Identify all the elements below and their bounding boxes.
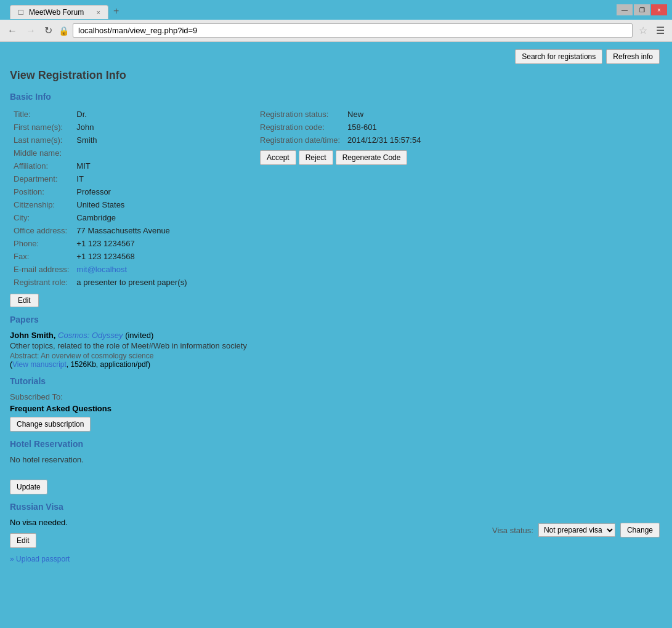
lastname-label: Last name(s):	[10, 134, 73, 147]
middlename-value	[73, 147, 190, 159]
position-row: Position: Professor	[10, 185, 191, 198]
middlename-label: Middle name:	[10, 147, 73, 159]
paper-abstract-line: Abstract: An overview of cosmology scien…	[10, 352, 660, 360]
refresh-info-button[interactable]: Refresh info	[606, 49, 660, 64]
bookmark-icon[interactable]: ☆	[636, 25, 650, 36]
new-tab-button[interactable]: +	[108, 3, 124, 19]
reg-status-value: New	[344, 108, 424, 121]
hotel-update-button[interactable]: Update	[10, 480, 47, 494]
change-subscription-button[interactable]: Change subscription	[10, 417, 91, 432]
office-row: Office address: 77 Massachusetts Avenue	[10, 224, 191, 237]
papers-heading: Papers	[10, 315, 660, 324]
hotel-section: Hotel Reservation No hotel reservation. …	[10, 439, 660, 494]
tab-title: MeetWeb Forum	[29, 8, 84, 17]
firstname-label: First name(s):	[10, 121, 73, 134]
visa-section: Russian Visa No visa needed. Edit Visa s…	[10, 502, 660, 563]
lastname-row: Last name(s): Smith	[10, 134, 191, 147]
abstract-label: Abstract:	[10, 352, 39, 360]
paper-topic: Other topics, related to the role of Mee…	[10, 341, 660, 350]
office-value: 77 Massachusetts Avenue	[73, 224, 190, 237]
reg-code-value: 158-601	[344, 121, 424, 134]
reg-datetime-row: Registration date/time: 2014/12/31 15:57…	[256, 134, 424, 147]
visa-status-label: Visa status:	[492, 526, 533, 535]
address-bar[interactable]	[73, 23, 633, 38]
affiliation-row: Affiliation: MIT	[10, 159, 191, 172]
visa-heading: Russian Visa	[10, 502, 660, 512]
role-label: Registrant role:	[10, 276, 73, 289]
refresh-button[interactable]: ↻	[42, 23, 55, 38]
reject-button[interactable]: Reject	[299, 150, 333, 165]
menu-icon[interactable]: ☰	[654, 25, 667, 36]
close-button[interactable]: ×	[651, 4, 667, 15]
reg-datetime-label: Registration date/time:	[256, 134, 344, 147]
paper-author-line: John Smith, Cosmos: Odyssey (invited)	[10, 331, 660, 340]
abstract-value: An overview of cosmology science	[41, 352, 153, 360]
citizenship-value: United States	[73, 198, 190, 211]
basic-info-heading: Basic Info	[10, 92, 660, 102]
reg-datetime-value: 2014/12/31 15:57:54	[344, 134, 424, 147]
tutorials-heading: Tutorials	[10, 376, 660, 386]
reg-code-row: Registration code: 158-601	[256, 121, 424, 134]
reg-code-label: Registration code:	[256, 121, 344, 134]
accept-button[interactable]: Accept	[260, 150, 296, 165]
visa-status-select[interactable]: Not prepared visa	[538, 523, 615, 537]
regenerate-code-button[interactable]: Regenerate Code	[336, 150, 408, 165]
citizenship-row: Citizenship: United States	[10, 198, 191, 211]
view-manuscript-link[interactable]: View manuscript	[12, 360, 67, 369]
lastname-value: Smith	[73, 134, 190, 147]
position-label: Position:	[10, 185, 73, 198]
maximize-button[interactable]: ❐	[634, 4, 650, 15]
search-registrations-button[interactable]: Search for registations	[515, 49, 602, 64]
paper-author: John Smith,	[10, 331, 55, 340]
no-hotel-text: No hotel reservation.	[10, 455, 660, 464]
department-label: Department:	[10, 172, 73, 185]
email-label: E-mail address:	[10, 263, 73, 276]
affiliation-value: MIT	[73, 159, 190, 172]
paper-title-text: Cosmos: Odyssey	[58, 331, 123, 340]
back-button[interactable]: ←	[5, 24, 20, 38]
reg-status-row: Registration status: New	[256, 108, 424, 121]
tab-close-icon[interactable]: ×	[97, 9, 100, 16]
paper-invited: (invited)	[125, 331, 153, 340]
department-value: IT	[73, 172, 190, 185]
minimize-button[interactable]: —	[617, 4, 633, 15]
visa-edit-button[interactable]: Edit	[10, 533, 36, 548]
email-link[interactable]: mit@localhost	[76, 265, 127, 274]
fax-label: Fax:	[10, 250, 73, 263]
affiliation-label: Affiliation:	[10, 159, 73, 172]
browser-tab[interactable]: ☐ MeetWeb Forum ×	[10, 5, 108, 19]
lock-icon: 🔒	[59, 26, 69, 36]
forward-button[interactable]: →	[23, 24, 38, 38]
tab-icon: ☐	[18, 9, 24, 17]
position-value: Professor	[73, 185, 190, 198]
hotel-heading: Hotel Reservation	[10, 439, 660, 449]
role-value: a presenter to present paper(s)	[73, 276, 190, 289]
no-visa-text: No visa needed.	[10, 518, 68, 527]
page-title: View Registration Info	[10, 69, 660, 82]
upload-passport-link[interactable]: » Upload passport	[10, 555, 70, 563]
office-label: Office address:	[10, 224, 73, 237]
personal-info-table: Title: Dr. First name(s): John Last name…	[10, 108, 191, 289]
reg-status-label: Registration status:	[256, 108, 344, 121]
firstname-value: John	[73, 121, 190, 134]
department-row: Department: IT	[10, 172, 191, 185]
page-scroll-area: Search for registations Refresh info Vie…	[0, 42, 672, 628]
papers-section: Papers John Smith, Cosmos: Odyssey (invi…	[10, 315, 660, 369]
visa-change-button[interactable]: Change	[620, 523, 660, 537]
city-value: Cambridge	[73, 211, 190, 224]
role-row: Registrant role: a presenter to present …	[10, 276, 191, 289]
title-label: Title:	[10, 108, 73, 121]
paper-view-line: (View manuscript, 1526Kb, application/pd…	[10, 360, 660, 369]
fax-row: Fax: +1 123 1234568	[10, 250, 191, 263]
subscribed-item: Frequent Asked Questions	[10, 404, 660, 413]
title-value: Dr.	[73, 108, 190, 121]
visa-status-row: Visa status: Not prepared visa Change	[492, 523, 660, 537]
middlename-row: Middle name:	[10, 147, 191, 159]
fax-value: +1 123 1234568	[73, 250, 190, 263]
basic-info-edit-button[interactable]: Edit	[10, 294, 39, 307]
email-row: E-mail address: mit@localhost	[10, 263, 191, 276]
phone-row: Phone: +1 123 1234567	[10, 237, 191, 250]
subscribed-label: Subscribed To:	[10, 392, 660, 401]
citizenship-label: Citizenship:	[10, 198, 73, 211]
phone-value: +1 123 1234567	[73, 237, 190, 250]
